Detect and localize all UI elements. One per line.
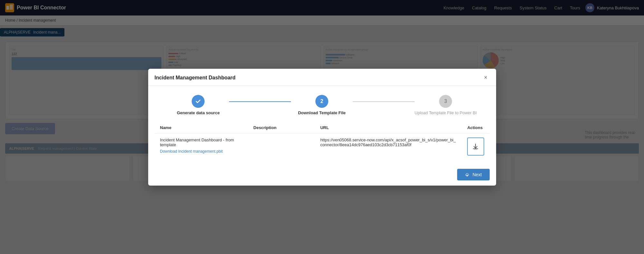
table-header: Name Description URL Actions bbox=[155, 122, 489, 133]
modal-footer: Next bbox=[148, 165, 496, 186]
modal-close-button[interactable]: × bbox=[482, 74, 490, 82]
step-connector-1 bbox=[229, 101, 291, 102]
table-body: Incident Management Dashboard - from tem… bbox=[155, 133, 489, 159]
step-2-label: Download Template File bbox=[298, 110, 346, 115]
step-1-circle bbox=[192, 95, 205, 108]
next-button[interactable]: Next bbox=[457, 169, 490, 180]
download-pbit-link[interactable]: Download Incident management.pbit bbox=[160, 149, 243, 154]
modal-dialog: Incident Management Dashboard × Generate… bbox=[148, 69, 496, 186]
col-name-header: Name bbox=[155, 122, 248, 133]
step-3-label: Upload Template File to Power BI bbox=[415, 110, 477, 115]
cell-name: Incident Management Dashboard - from tem… bbox=[155, 133, 248, 159]
next-button-label: Next bbox=[473, 172, 482, 177]
modal-overlay: Incident Management Dashboard × Generate… bbox=[0, 0, 644, 254]
stepper: Generate data source 2 Download Template… bbox=[148, 86, 496, 122]
cell-description bbox=[248, 133, 315, 159]
modal-header: Incident Management Dashboard × bbox=[148, 69, 496, 86]
step-3-item: 3 Upload Template File to Power BI bbox=[415, 95, 477, 115]
step-1-label: Generate data source bbox=[177, 110, 220, 115]
data-table: Name Description URL Actions Incident Ma… bbox=[155, 122, 490, 160]
step-2-item: 2 Download Template File bbox=[291, 95, 353, 115]
step-connector-2 bbox=[353, 101, 415, 102]
col-url-header: URL bbox=[315, 122, 462, 133]
modal-title: Incident Management Dashboard bbox=[155, 75, 236, 81]
step-1-item: Generate data source bbox=[168, 95, 229, 115]
modal-body: Name Description URL Actions Incident Ma… bbox=[148, 122, 496, 165]
checkmark-icon bbox=[195, 98, 201, 105]
actions-container bbox=[467, 137, 484, 156]
item-name-text: Incident Management Dashboard - from tem… bbox=[160, 137, 243, 147]
download-icon bbox=[472, 143, 479, 150]
cloud-icon bbox=[465, 172, 470, 177]
table-row: Incident Management Dashboard - from tem… bbox=[155, 133, 489, 159]
col-description-header: Description bbox=[248, 122, 315, 133]
cell-url: https://ven05068.service-now.com/api/x_a… bbox=[315, 133, 462, 159]
step-2-circle: 2 bbox=[315, 95, 328, 108]
step-3-circle: 3 bbox=[439, 95, 452, 108]
download-action-button[interactable] bbox=[470, 141, 481, 152]
col-actions-header: Actions bbox=[462, 122, 489, 133]
cell-actions bbox=[462, 133, 489, 159]
